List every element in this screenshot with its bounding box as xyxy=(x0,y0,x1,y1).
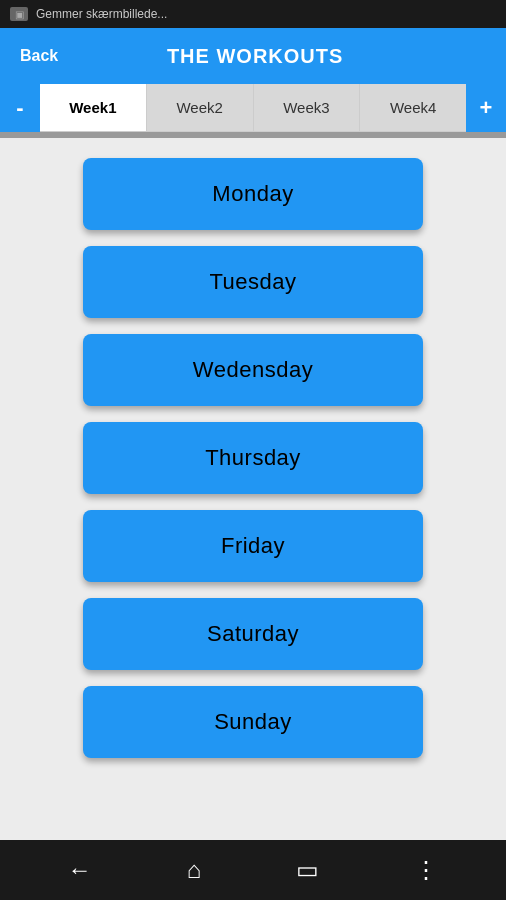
back-button[interactable]: Back xyxy=(12,43,66,69)
tab-week3[interactable]: Week3 xyxy=(254,84,361,131)
tabs-row: - Week1 Week2 Week3 Week4 + xyxy=(0,84,506,132)
sunday-button[interactable]: Sunday xyxy=(83,686,423,758)
saturday-button[interactable]: Saturday xyxy=(83,598,423,670)
week-plus-button[interactable]: + xyxy=(466,84,506,132)
header: Back THE WORKOUTS xyxy=(0,28,506,84)
tab-week1[interactable]: Week1 xyxy=(40,84,147,131)
friday-button[interactable]: Friday xyxy=(83,510,423,582)
week-tabs: Week1 Week2 Week3 Week4 xyxy=(40,84,466,131)
bottom-nav: ← ⌂ ▭ ⋮ xyxy=(0,840,506,900)
home-nav-icon[interactable]: ⌂ xyxy=(179,848,210,892)
main-content: Monday Tuesday Wedensday Thursday Friday… xyxy=(0,138,506,840)
tuesday-button[interactable]: Tuesday xyxy=(83,246,423,318)
status-bar: ▣ Gemmer skærmbillede... xyxy=(0,0,506,28)
thursday-button[interactable]: Thursday xyxy=(83,422,423,494)
wednesday-button[interactable]: Wedensday xyxy=(83,334,423,406)
tab-week4[interactable]: Week4 xyxy=(360,84,466,131)
back-nav-icon[interactable]: ← xyxy=(60,848,100,892)
tab-week2[interactable]: Week2 xyxy=(147,84,254,131)
monday-button[interactable]: Monday xyxy=(83,158,423,230)
menu-nav-icon[interactable]: ⋮ xyxy=(406,848,446,892)
page-title: THE WORKOUTS xyxy=(66,45,444,68)
app-container: Back THE WORKOUTS - Week1 Week2 Week3 We… xyxy=(0,28,506,840)
status-icon: ▣ xyxy=(10,7,28,21)
recent-nav-icon[interactable]: ▭ xyxy=(288,848,327,892)
status-text: Gemmer skærmbillede... xyxy=(36,7,167,21)
week-minus-button[interactable]: - xyxy=(0,84,40,132)
